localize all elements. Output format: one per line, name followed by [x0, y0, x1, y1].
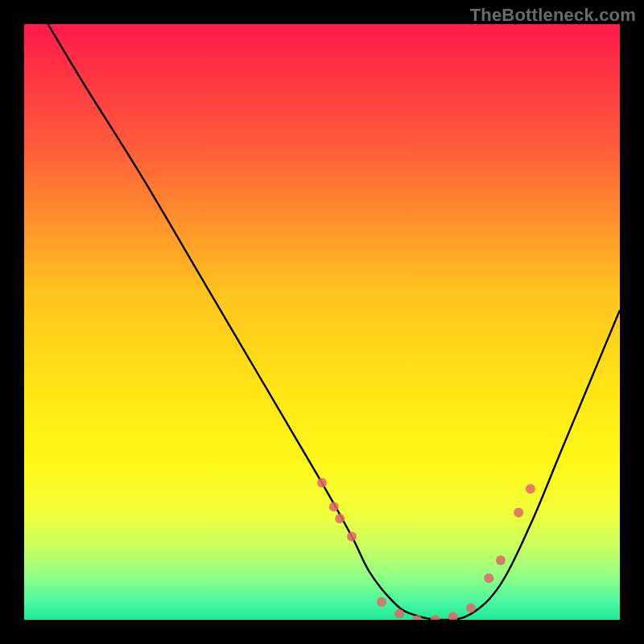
marker-point [514, 508, 523, 518]
marker-point [317, 478, 327, 488]
marker-point [394, 609, 404, 619]
plot-area [24, 24, 620, 620]
marker-point [377, 597, 386, 607]
gradient-background [24, 24, 620, 620]
watermark-text: TheBottleneck.com [470, 5, 636, 26]
marker-point [347, 531, 357, 541]
chart-frame: TheBottleneck.com [0, 0, 644, 644]
marker-point [496, 555, 506, 565]
chart-svg [24, 24, 620, 620]
marker-point [526, 484, 535, 493]
marker-point [484, 573, 493, 583]
marker-point [335, 514, 345, 523]
marker-point [329, 502, 339, 511]
marker-point [466, 603, 476, 613]
